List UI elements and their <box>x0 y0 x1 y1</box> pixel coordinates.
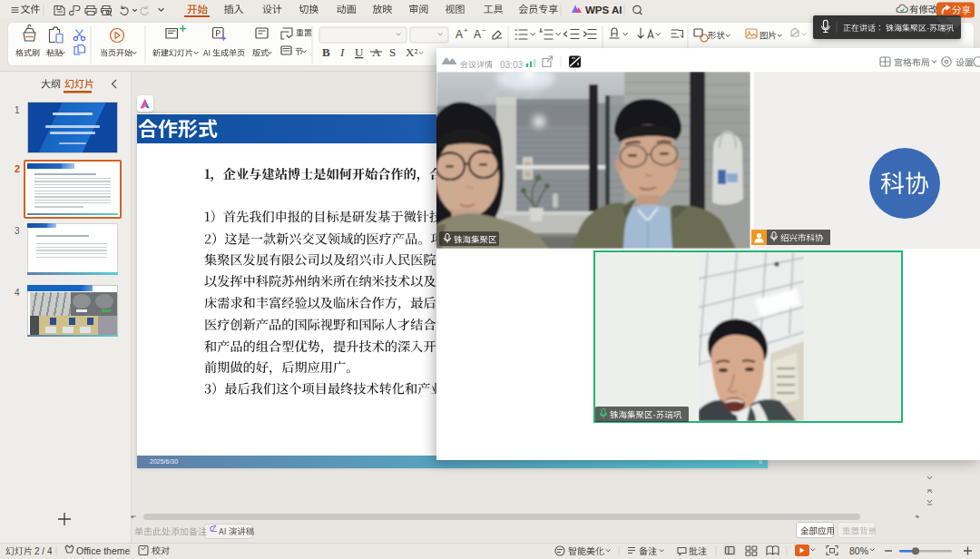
svg-text:03:03: 03:03 <box>500 60 523 70</box>
